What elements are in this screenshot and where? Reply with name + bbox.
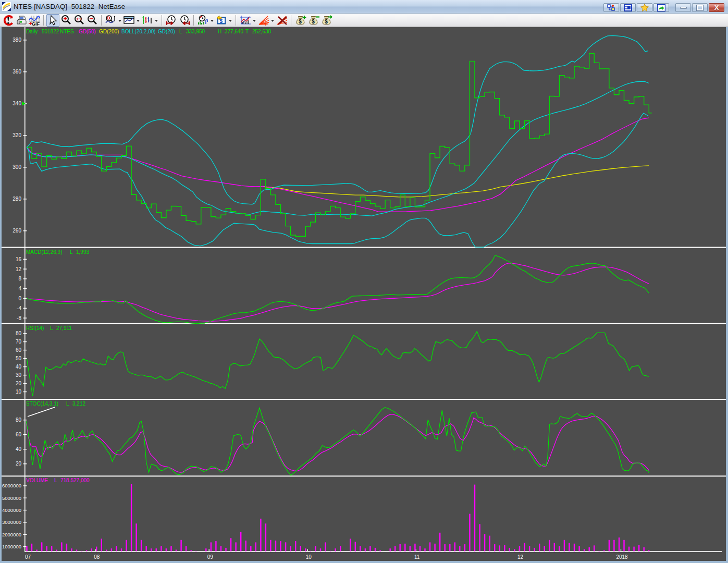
- svg-text:80: 80: [16, 417, 22, 423]
- svg-text:20: 20: [16, 461, 22, 467]
- svg-text:501822: 501822: [42, 29, 59, 34]
- svg-text:$: $: [219, 18, 223, 23]
- svg-text:2018: 2018: [616, 554, 628, 560]
- svg-text:3,212: 3,212: [72, 401, 85, 407]
- svg-text:GD(20): GD(20): [158, 29, 175, 34]
- svg-text:L: L: [54, 478, 57, 483]
- svg-text:$: $: [299, 19, 302, 25]
- svg-text:$: $: [325, 19, 328, 25]
- svg-text:GIF: GIF: [32, 21, 40, 26]
- svg-text:RSI(14): RSI(14): [26, 325, 44, 331]
- svg-text:30: 30: [16, 372, 22, 378]
- svg-text:300: 300: [13, 164, 21, 170]
- svg-text:2000000: 2000000: [2, 532, 21, 537]
- svg-text:80: 80: [16, 331, 22, 336]
- svg-text:-8: -8: [17, 315, 21, 321]
- svg-text:70: 70: [16, 339, 22, 345]
- svg-text:GD(50): GD(50): [79, 29, 96, 34]
- svg-text:40: 40: [16, 446, 22, 452]
- svg-text:-4: -4: [17, 305, 21, 311]
- svg-text:L: L: [179, 29, 182, 34]
- svg-text:8: 8: [18, 276, 21, 282]
- svg-text:08: 08: [94, 554, 100, 560]
- svg-text:3000000: 3000000: [2, 519, 21, 525]
- svg-text:L: L: [50, 325, 53, 331]
- svg-text:1000000: 1000000: [2, 544, 21, 549]
- svg-text:MACD(12,26,9): MACD(12,26,9): [26, 249, 62, 255]
- svg-text:GD(200): GD(200): [99, 29, 119, 34]
- svg-text:09: 09: [207, 554, 214, 560]
- svg-text:$: $: [312, 19, 315, 25]
- svg-text:260: 260: [13, 228, 21, 234]
- svg-text:718.527,000: 718.527,000: [60, 478, 90, 483]
- svg-text:12: 12: [517, 554, 524, 560]
- svg-text:10: 10: [16, 389, 22, 395]
- svg-text:60: 60: [16, 347, 22, 353]
- svg-text:340: 340: [13, 101, 21, 106]
- svg-text:10: 10: [306, 554, 312, 560]
- svg-text:NTES: NTES: [60, 29, 74, 34]
- svg-text:T: T: [245, 29, 249, 34]
- svg-text:1:1: 1:1: [76, 17, 82, 21]
- svg-text:4: 4: [18, 286, 21, 291]
- svg-text:5000000: 5000000: [2, 495, 21, 501]
- svg-text:0: 0: [18, 296, 21, 301]
- svg-text:4000000: 4000000: [2, 507, 21, 513]
- svg-text:40: 40: [16, 364, 22, 370]
- svg-text:50: 50: [16, 356, 22, 361]
- svg-text:VOLUME: VOLUME: [26, 478, 48, 483]
- svg-text:380: 380: [13, 37, 21, 43]
- svg-text:320: 320: [13, 132, 21, 138]
- svg-text:60: 60: [16, 432, 22, 437]
- svg-text:Daily: Daily: [26, 29, 38, 34]
- svg-text:27,911: 27,911: [56, 325, 72, 331]
- svg-text:6000000: 6000000: [2, 483, 21, 488]
- svg-text:L: L: [66, 401, 69, 407]
- svg-text:333,950: 333,950: [186, 29, 205, 34]
- svg-text:H: H: [218, 29, 221, 34]
- svg-text:07: 07: [25, 554, 31, 560]
- svg-text:1,993: 1,993: [76, 249, 89, 255]
- svg-text:16: 16: [16, 256, 22, 262]
- svg-text:11: 11: [414, 554, 420, 560]
- svg-text:STOC(14,3,1): STOC(14,3,1): [26, 401, 58, 407]
- svg-text:BOLL(20,2,00): BOLL(20,2,00): [121, 29, 156, 34]
- svg-text:360: 360: [13, 69, 21, 75]
- svg-text:12: 12: [16, 266, 22, 272]
- svg-text:280: 280: [13, 196, 21, 202]
- svg-text:252,638: 252,638: [252, 29, 272, 34]
- svg-text:20: 20: [16, 381, 22, 386]
- svg-text:L: L: [70, 249, 73, 255]
- svg-text:377,640: 377,640: [225, 29, 244, 34]
